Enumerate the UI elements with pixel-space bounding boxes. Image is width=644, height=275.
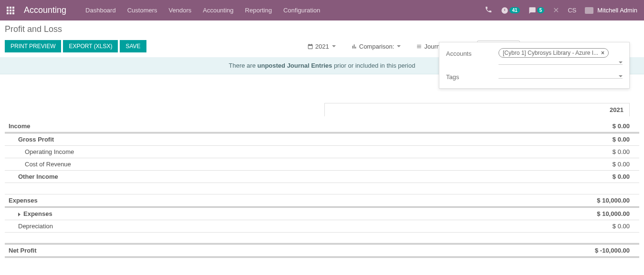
row-cost-of-revenue-value: $ 0.00 <box>387 158 639 171</box>
analytic-tags-input[interactable] <box>499 73 623 79</box>
banner-bold: unposted Journal Entries <box>258 62 332 69</box>
filter-comparison-label: Comparison: <box>359 43 395 50</box>
caret-down-icon <box>397 45 401 47</box>
export-xlsx-button[interactable]: EXPORT (XLSX) <box>63 40 118 52</box>
nav-vendors[interactable]: Vendors <box>169 7 192 14</box>
nav-dashboard[interactable]: Dashboard <box>85 7 116 14</box>
nav-configuration[interactable]: Configuration <box>283 7 320 14</box>
filter-year[interactable]: 2021 <box>304 41 339 52</box>
analytic-tags-label: Tags <box>446 71 499 81</box>
row-gross-profit-label[interactable]: Gross Profit <box>5 133 387 146</box>
analytic-accounts-input[interactable] <box>499 60 623 65</box>
nav-right: 41 5 ✕ CS Mitchell Admin <box>485 6 637 15</box>
row-income-label[interactable]: Income <box>5 120 387 133</box>
book-icon <box>416 43 422 50</box>
phone-icon[interactable] <box>485 6 492 15</box>
avatar-icon <box>585 7 593 14</box>
nav-customers[interactable]: Customers <box>127 7 157 14</box>
row-depreciation-label[interactable]: Depreciation <box>5 220 387 233</box>
filter-year-label: 2021 <box>315 43 329 50</box>
analytic-accounts-label: Accounts <box>446 48 499 57</box>
row-depreciation-value: $ 0.00 <box>387 220 639 233</box>
row-operating-income-value: $ 0.00 <box>387 146 639 158</box>
analytic-dropdown-panel: Accounts [Cybro 1] Cybrosys Library - Az… <box>439 42 630 89</box>
row-operating-income-label[interactable]: Operating Income <box>5 146 387 158</box>
profit-loss-table: Income $ 0.00 Gross Profit $ 0.00 Operat… <box>5 120 639 258</box>
row-cost-of-revenue-label[interactable]: Cost of Revenue <box>5 158 387 171</box>
calendar-icon <box>307 43 313 50</box>
caret-down-icon <box>619 61 623 63</box>
nav-accounting[interactable]: Accounting <box>203 7 233 14</box>
barchart-icon <box>351 43 357 50</box>
row-net-profit-value: $ -10,000.00 <box>387 244 639 257</box>
report-area: 2021 Income $ 0.00 Gross Profit $ 0.00 O… <box>0 103 644 275</box>
messages-count: 5 <box>537 7 545 13</box>
activity-count: 41 <box>509 7 519 13</box>
row-expenses-sub-label[interactable]: Expenses <box>5 207 387 220</box>
user-name: Mitchell Admin <box>597 7 637 14</box>
nav-menu: Dashboard Customers Vendors Accounting R… <box>85 7 320 14</box>
chip-text: [Cybro 1] Cybrosys Library - Azure I... <box>503 50 598 56</box>
save-button[interactable]: SAVE <box>120 40 146 52</box>
year-column-header: 2021 <box>324 103 630 116</box>
analytic-account-chip[interactable]: [Cybro 1] Cybrosys Library - Azure I... … <box>499 48 609 58</box>
apps-grid-icon[interactable] <box>7 7 14 14</box>
caret-down-icon <box>619 75 623 77</box>
row-other-income-label[interactable]: Other Income <box>5 171 387 183</box>
row-expenses-label[interactable]: Expenses <box>5 194 387 207</box>
app-brand: Accounting <box>24 5 66 15</box>
main-navbar: Accounting Dashboard Customers Vendors A… <box>0 0 644 20</box>
caret-down-icon <box>332 45 336 47</box>
tools-icon[interactable]: ✕ <box>553 6 559 15</box>
chip-remove-icon[interactable]: × <box>601 50 604 56</box>
expand-caret-icon[interactable] <box>18 213 21 216</box>
row-net-profit-label[interactable]: Net Profit <box>5 244 387 257</box>
filter-comparison[interactable]: Comparison: <box>348 41 404 52</box>
row-expenses-value: $ 10,000.00 <box>387 194 639 207</box>
row-gross-profit-value: $ 0.00 <box>387 133 639 146</box>
banner-suffix: prior or included in this period <box>332 62 415 69</box>
user-initials[interactable]: CS <box>568 7 576 14</box>
nav-reporting[interactable]: Reporting <box>245 7 272 14</box>
user-menu[interactable]: Mitchell Admin <box>585 7 637 14</box>
messages-icon[interactable]: 5 <box>529 7 545 14</box>
print-preview-button[interactable]: PRINT PREVIEW <box>5 40 61 52</box>
row-income-value: $ 0.00 <box>387 120 639 133</box>
banner-prefix: There are <box>229 62 258 69</box>
page-title: Profit and Loss <box>5 24 639 34</box>
action-buttons: PRINT PREVIEW EXPORT (XLSX) SAVE <box>5 40 146 52</box>
activity-icon[interactable]: 41 <box>501 7 519 14</box>
row-expenses-sub-value: $ 10,000.00 <box>387 207 639 220</box>
row-other-income-value: $ 0.00 <box>387 171 639 183</box>
